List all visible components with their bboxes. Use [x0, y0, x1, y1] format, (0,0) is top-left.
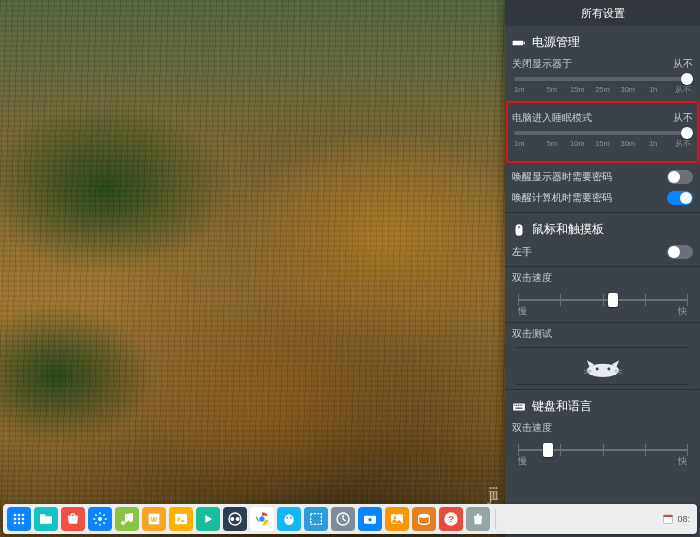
- svg-point-16: [22, 514, 25, 517]
- dock-camera[interactable]: [358, 507, 382, 531]
- mouse-icon: [512, 223, 526, 237]
- dock-trash[interactable]: [466, 507, 490, 531]
- dock-system-monitor[interactable]: [331, 507, 355, 531]
- sleep-slider[interactable]: 1m 5m 10m 15m 30m 1h 从不: [512, 131, 693, 149]
- dock-music[interactable]: [115, 507, 139, 531]
- dbl-speed-label: 双击速度: [512, 271, 552, 285]
- repeat-thumb[interactable]: [543, 443, 553, 457]
- section-keyboard: 键盘和语言: [512, 398, 693, 415]
- svg-rect-8: [514, 404, 515, 405]
- dbl-test-label: 双击测试: [512, 327, 552, 341]
- svg-rect-7: [513, 403, 525, 410]
- svg-rect-25: [175, 514, 187, 525]
- left-hand-label: 左手: [512, 245, 532, 259]
- svg-text:W: W: [151, 516, 158, 523]
- sleep-highlight-box: 电脑进入睡眠模式 从不 1m 5m 10m 15m 30m 1h 从不: [506, 101, 699, 163]
- display-off-slider[interactable]: 1m 5m 15m 25m 30m 1h 从不: [512, 77, 693, 95]
- section-keyboard-label: 键盘和语言: [532, 398, 592, 415]
- panel-title: 所有设置: [505, 0, 700, 26]
- svg-point-19: [22, 518, 25, 521]
- svg-point-15: [18, 514, 21, 517]
- wake-computer-pwd-label: 唤醒计算机时需要密码: [512, 191, 612, 205]
- display-off-label: 关闭显示器于: [512, 57, 572, 71]
- svg-point-28: [236, 517, 240, 521]
- repeat-slow: 慢: [518, 455, 527, 468]
- svg-rect-11: [520, 404, 521, 405]
- svg-point-1: [595, 367, 598, 370]
- dock-files[interactable]: [34, 507, 58, 531]
- battery-icon: [512, 36, 526, 50]
- svg-point-22: [22, 522, 25, 525]
- repeat-fast: 快: [678, 455, 687, 468]
- cat-icon: [581, 354, 625, 378]
- svg-point-40: [419, 514, 430, 518]
- sleep-value: 从不: [673, 111, 693, 125]
- svg-point-2: [607, 367, 610, 370]
- svg-point-20: [14, 522, 17, 525]
- section-power: 电源管理: [512, 34, 693, 51]
- svg-point-33: [290, 517, 292, 519]
- section-mouse-label: 鼠标和触摸板: [532, 221, 604, 238]
- dock-chrome[interactable]: [250, 507, 274, 531]
- dock-help[interactable]: ?: [439, 507, 463, 531]
- dock-image-viewer[interactable]: [385, 507, 409, 531]
- svg-rect-34: [311, 514, 322, 525]
- dock-wps[interactable]: W: [142, 507, 166, 531]
- settings-panel: 所有设置 电源管理 关闭显示器于 从不 1m 5m 15m 25m 30m 1h…: [505, 0, 700, 537]
- dock-separator: [495, 509, 496, 529]
- dock-qq[interactable]: [277, 507, 301, 531]
- dbl-speed-slider[interactable]: [518, 299, 687, 301]
- section-power-label: 电源管理: [532, 34, 580, 51]
- svg-point-39: [394, 516, 397, 519]
- watermark: jii: [488, 484, 497, 505]
- dock: W? 08:: [3, 504, 697, 534]
- dock-control-center[interactable]: [88, 507, 112, 531]
- svg-point-18: [18, 518, 21, 521]
- svg-point-21: [18, 522, 21, 525]
- svg-point-31: [284, 514, 293, 525]
- svg-point-30: [259, 516, 264, 521]
- dbl-speed-slow: 慢: [518, 305, 527, 318]
- svg-point-17: [14, 518, 17, 521]
- sleep-label: 电脑进入睡眠模式: [512, 111, 592, 125]
- left-hand-switch[interactable]: [667, 245, 693, 259]
- svg-text:?: ?: [448, 514, 454, 524]
- dock-store[interactable]: [61, 507, 85, 531]
- svg-point-37: [368, 518, 372, 522]
- dbl-speed-fast: 快: [678, 305, 687, 318]
- keyboard-icon: [512, 400, 526, 414]
- svg-rect-12: [521, 404, 522, 405]
- display-off-thumb[interactable]: [681, 73, 693, 85]
- dock-launcher[interactable]: [7, 507, 31, 531]
- svg-point-32: [286, 517, 288, 519]
- dock-crossover[interactable]: [223, 507, 247, 531]
- dbl-speed-thumb[interactable]: [608, 293, 618, 307]
- repeat-label: 双击速度: [512, 421, 552, 435]
- sleep-ticks: 1m 5m 10m 15m 30m 1h 从不: [514, 139, 691, 149]
- wake-display-pwd-switch[interactable]: [667, 170, 693, 184]
- dock-disks[interactable]: [412, 507, 436, 531]
- calendar-icon: [662, 513, 674, 525]
- sleep-thumb[interactable]: [681, 127, 693, 139]
- svg-point-14: [14, 514, 17, 517]
- wake-computer-pwd-switch[interactable]: [667, 191, 693, 205]
- display-off-value: 从不: [673, 57, 693, 71]
- svg-rect-13: [516, 407, 523, 408]
- dock-clock[interactable]: 08:: [662, 513, 693, 525]
- dock-screenshot[interactable]: [304, 507, 328, 531]
- svg-point-23: [98, 517, 102, 521]
- repeat-slider[interactable]: [518, 449, 687, 451]
- display-off-ticks: 1m 5m 15m 25m 30m 1h 从不: [514, 85, 691, 95]
- dbl-test-area[interactable]: [516, 347, 689, 385]
- dock-movie[interactable]: [196, 507, 220, 531]
- svg-rect-44: [664, 515, 673, 517]
- svg-rect-9: [516, 404, 517, 405]
- svg-rect-10: [518, 404, 519, 405]
- dock-terminal[interactable]: [169, 507, 193, 531]
- clock-time: 08:: [677, 514, 690, 524]
- wake-display-pwd-label: 唤醒显示器时需要密码: [512, 170, 612, 184]
- svg-point-27: [230, 517, 234, 521]
- section-mouse: 鼠标和触摸板: [512, 221, 693, 238]
